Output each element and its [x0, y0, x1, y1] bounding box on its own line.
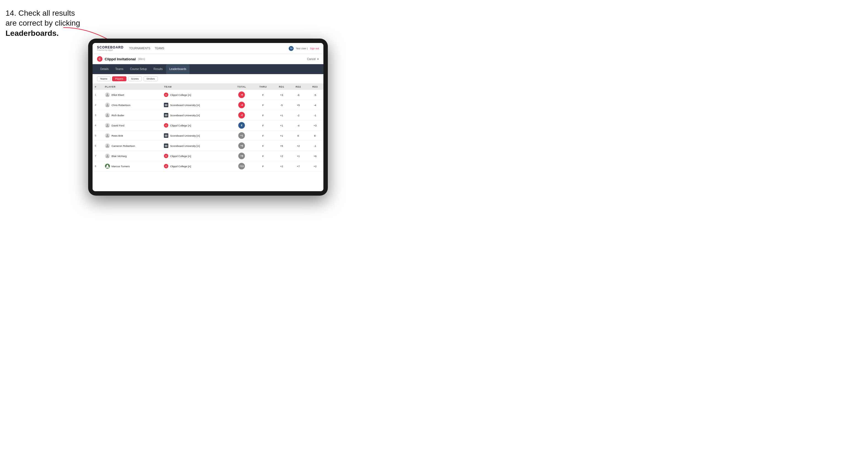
- tab-results-label: Results: [153, 67, 162, 70]
- cell-thru: F: [253, 141, 273, 151]
- cell-player: Rees Britt: [103, 131, 162, 141]
- cell-rd3: E: [307, 131, 323, 141]
- nav-tournaments[interactable]: TOURNAMENTS: [129, 46, 150, 51]
- table-row: 1Elliot EbertCClippd College [A]-8F+3-6-…: [93, 90, 323, 100]
- player-name: David Ford: [112, 124, 124, 127]
- team-logo-clippd: C: [164, 154, 168, 158]
- cell-team: CClippd College [A]: [162, 90, 230, 100]
- player-avatar: [105, 133, 110, 138]
- col-rd2: RD2: [290, 84, 307, 90]
- tab-leaderboards-label: Leaderboards: [169, 67, 186, 70]
- player-avatar: [105, 164, 110, 168]
- team-logo-clippd: C: [164, 123, 168, 128]
- table-row: 6Cameron RobertsonScoreboard University …: [93, 141, 323, 151]
- tab-course-setup[interactable]: Course Setup: [127, 64, 150, 74]
- instruction-line2: are correct by clicking: [5, 19, 80, 27]
- cell-thru: F: [253, 131, 273, 141]
- cancel-icon: ✕: [317, 58, 319, 61]
- filter-teams[interactable]: Teams: [97, 76, 111, 81]
- table-row: 5Rees BrittScoreboard University [A]+1F+…: [93, 131, 323, 141]
- cancel-label: Cancel: [307, 58, 316, 61]
- col-total: TOTAL: [230, 84, 253, 90]
- player-name: Rich Butler: [112, 114, 124, 117]
- cell-rd3: +6: [307, 151, 323, 161]
- cell-pos: 1: [93, 90, 103, 100]
- cell-total: +11: [230, 161, 253, 172]
- filter-bar: Teams Players Scores Strokes: [93, 74, 323, 84]
- team-logo-scoreboard: [164, 103, 168, 107]
- cell-player: Blair McHarg: [103, 151, 162, 161]
- user-avatar: TU: [289, 46, 293, 51]
- cell-rd2: +5: [290, 100, 307, 110]
- cell-rd2: +2: [290, 141, 307, 151]
- team-name: Scoreboard University [A]: [170, 103, 200, 106]
- cell-rd2: +1: [290, 151, 307, 161]
- cell-thru: F: [253, 151, 273, 161]
- cell-team: CClippd College [A]: [162, 151, 230, 161]
- tab-teams[interactable]: Teams: [112, 64, 127, 74]
- team-name: Clippd College [A]: [170, 155, 191, 158]
- nav-links: TOURNAMENTS TEAMS: [129, 46, 289, 51]
- cell-thru: F: [253, 90, 273, 100]
- team-logo-scoreboard: [164, 113, 168, 117]
- nav-signout[interactable]: Sign out: [310, 47, 319, 50]
- cell-rd2: -6: [290, 90, 307, 100]
- tournament-badge: C: [97, 56, 102, 62]
- player-name: Marcus Turners: [112, 165, 130, 168]
- team-logo-clippd: C: [164, 164, 168, 168]
- leaderboard-table-container: # PLAYER TEAM TOTAL THRU RD1 RD2 RD3 1El…: [93, 84, 323, 191]
- cell-thru: F: [253, 110, 273, 120]
- logo-area: SCOREBOARD Powered by clippd: [97, 46, 124, 51]
- cell-total: -4: [230, 100, 253, 110]
- cell-thru: F: [253, 120, 273, 131]
- tab-navigation: Details Teams Course Setup Results Leade…: [93, 64, 323, 74]
- player-avatar: [105, 153, 110, 158]
- player-avatar: [105, 123, 110, 128]
- tab-teams-label: Teams: [116, 67, 123, 70]
- filter-players[interactable]: Players: [112, 76, 126, 81]
- tab-details[interactable]: Details: [97, 64, 112, 74]
- filter-strokes[interactable]: Strokes: [144, 76, 158, 81]
- col-team: TEAM: [162, 84, 230, 90]
- cell-player: Chris Robertson: [103, 100, 162, 110]
- player-name: Elliot Ebert: [112, 93, 124, 96]
- tournament-name: Clippd Invitational: [105, 57, 136, 61]
- logo-title: SCOREBOARD: [97, 46, 124, 49]
- cell-team: CClippd College [A]: [162, 120, 230, 131]
- cell-player: Marcus Turners: [103, 161, 162, 172]
- player-avatar: [105, 102, 110, 107]
- cancel-button[interactable]: Cancel ✕: [307, 58, 319, 61]
- instruction-line1: 14. Check all results: [5, 9, 75, 18]
- cell-rd3: +2: [307, 161, 323, 172]
- cell-player: Elliot Ebert: [103, 90, 162, 100]
- cell-thru: F: [253, 161, 273, 172]
- cell-team: CClippd College [A]: [162, 161, 230, 172]
- player-name: Cameron Robertson: [112, 144, 135, 147]
- cell-rd2: -2: [290, 110, 307, 120]
- table-row: 2Chris RobertsonScoreboard University [A…: [93, 100, 323, 110]
- player-name: Chris Robertson: [112, 103, 131, 106]
- cell-total: +9: [230, 151, 253, 161]
- cell-player: David Ford: [103, 120, 162, 131]
- cell-rd1: +3: [273, 90, 290, 100]
- nav-teams[interactable]: TEAMS: [155, 46, 164, 51]
- tab-results[interactable]: Results: [150, 64, 166, 74]
- col-pos: #: [93, 84, 103, 90]
- tablet-frame: SCOREBOARD Powered by clippd TOURNAMENTS…: [88, 38, 328, 196]
- tab-leaderboards[interactable]: Leaderboards: [166, 64, 190, 74]
- cell-total: +1: [230, 131, 253, 141]
- player-name: Blair McHarg: [112, 155, 127, 158]
- cell-total: +6: [230, 141, 253, 151]
- cell-rd3: -5: [307, 90, 323, 100]
- team-logo-clippd: C: [164, 93, 168, 97]
- cell-team: Scoreboard University [A]: [162, 131, 230, 141]
- col-rd3: RD3: [307, 84, 323, 90]
- cell-rd1: +1: [273, 110, 290, 120]
- cell-pos: 3: [93, 110, 103, 120]
- cell-rd1: -5: [273, 100, 290, 110]
- player-name: Rees Britt: [112, 134, 123, 137]
- team-logo-scoreboard: [164, 144, 168, 148]
- cell-rd2: -4: [290, 120, 307, 131]
- filter-scores[interactable]: Scores: [128, 76, 142, 81]
- cell-rd2: +7: [290, 161, 307, 172]
